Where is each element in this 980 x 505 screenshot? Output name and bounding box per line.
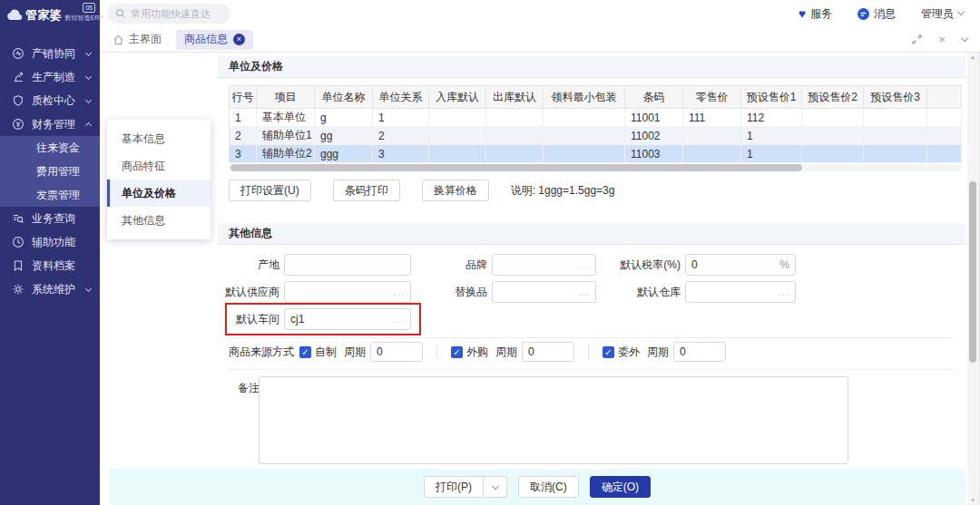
table-cell[interactable]: 3	[373, 145, 429, 163]
table-row[interactable]: 1基本单位g111001111112	[230, 109, 962, 127]
sidebar-item-collab[interactable]: 产销协同	[0, 42, 100, 65]
table-cell[interactable]: 2	[373, 127, 429, 145]
print-button[interactable]: 打印(P)	[424, 476, 484, 498]
horizontal-scrollbar-thumb[interactable]	[230, 164, 802, 171]
ellipsis-picker-icon[interactable]: ...	[394, 286, 405, 297]
table-cell[interactable]: 辅助单位1	[257, 127, 315, 145]
sidebar-item-manufacture[interactable]: 生产制造	[0, 65, 100, 89]
column-header[interactable]: 预设售价2	[802, 86, 864, 109]
ellipsis-picker-icon[interactable]: ...	[394, 314, 405, 325]
close-tab-button[interactable]: ×	[938, 34, 946, 45]
table-row[interactable]: 3辅助单位2ggg3110031	[230, 145, 962, 163]
cancel-button[interactable]: 取消(C)	[518, 476, 579, 498]
sidebar-item-quality[interactable]: 质检中心	[0, 89, 100, 112]
origin-field[interactable]	[284, 254, 411, 276]
sidebar-item-query[interactable]: 业务查询	[0, 207, 100, 230]
table-cell[interactable]	[544, 145, 625, 163]
subnav-item-units-prices[interactable]: 单位及价格	[107, 180, 211, 207]
subnav-item-features[interactable]: 商品特征	[107, 152, 211, 180]
barcode-print-button[interactable]: 条码打印	[333, 180, 400, 201]
table-cell[interactable]: 11001	[625, 109, 683, 127]
sidebar-sub-invoice[interactable]: 发票管理	[0, 183, 100, 207]
scroll-up-icon[interactable]: ▴	[967, 53, 978, 62]
vertical-scrollbar[interactable]: ▴ ▾	[967, 53, 978, 505]
column-header[interactable]: 出库默认	[486, 86, 544, 109]
column-header[interactable]: 预设售价3	[864, 86, 927, 109]
confirm-button[interactable]: 确定(O)	[590, 476, 651, 498]
table-cell[interactable]: 辅助单位2	[257, 145, 315, 163]
table-cell[interactable]	[864, 109, 927, 127]
table-cell[interactable]	[486, 127, 544, 145]
table-cell[interactable]	[544, 109, 625, 127]
ellipsis-picker-icon[interactable]: ...	[579, 286, 590, 297]
outsource-cycle-input[interactable]: 0	[673, 342, 726, 362]
table-cell[interactable]: 11003	[625, 145, 683, 163]
maximize-button[interactable]	[912, 34, 922, 44]
search-input[interactable]: 常用功能快速直达	[107, 4, 230, 24]
column-header[interactable]: 单位名称	[315, 86, 373, 109]
column-header[interactable]: 条码	[625, 86, 683, 109]
table-cell[interactable]	[429, 127, 486, 145]
tax-field[interactable]: 0%	[685, 254, 796, 276]
tab-product-info[interactable]: 商品信息 ×	[176, 30, 253, 50]
warehouse-field[interactable]: ...	[685, 281, 796, 303]
table-cell[interactable]: 2	[230, 127, 257, 145]
print-settings-button[interactable]: 打印设置(U)	[229, 180, 311, 201]
ellipsis-picker-icon[interactable]: ...	[779, 286, 789, 297]
sidebar-item-archive[interactable]: 资料档案	[0, 254, 100, 277]
collapse-button[interactable]	[962, 39, 967, 41]
table-cell[interactable]: 1	[230, 109, 257, 127]
column-header[interactable]: 行号	[230, 86, 257, 109]
table-cell[interactable]: 111	[683, 109, 741, 127]
column-header[interactable]: 零售价	[683, 86, 741, 109]
table-cell[interactable]: gg	[315, 127, 373, 145]
table-cell[interactable]: 1	[373, 109, 429, 127]
tab-home[interactable]: 主界面	[113, 32, 162, 47]
table-cell[interactable]	[802, 145, 864, 163]
column-header[interactable]: 领料最小包装	[544, 86, 625, 109]
table-cell[interactable]: ggg	[315, 145, 373, 163]
horizontal-scrollbar[interactable]	[229, 164, 962, 171]
table-cell[interactable]	[802, 127, 864, 145]
remark-textarea[interactable]	[259, 376, 848, 464]
sidebar-sub-funds[interactable]: 往来资金	[0, 136, 100, 160]
table-cell[interactable]	[864, 145, 927, 163]
brand-field[interactable]: ...	[492, 254, 596, 276]
column-header[interactable]: 单位关系	[373, 86, 429, 109]
subnav-item-basic[interactable]: 基本信息	[107, 125, 211, 152]
subnav-item-other[interactable]: 其他信息	[107, 207, 211, 234]
vertical-scrollbar-thumb[interactable]	[969, 181, 976, 363]
print-dropdown-button[interactable]	[484, 476, 507, 498]
table-cell[interactable]	[927, 127, 962, 145]
tab-close-button[interactable]: ×	[233, 34, 245, 45]
workshop-field[interactable]: cj1...	[284, 308, 411, 330]
user-menu[interactable]: 管理员	[921, 6, 964, 22]
column-header[interactable]: 入库默认	[429, 86, 486, 109]
checkbox-self-made[interactable]	[299, 346, 311, 358]
table-cell[interactable]	[927, 145, 962, 163]
table-cell[interactable]	[486, 145, 544, 163]
column-header[interactable]: 项目	[257, 86, 315, 109]
table-cell[interactable]	[683, 145, 741, 163]
sidebar-item-aux[interactable]: 辅助功能	[0, 230, 100, 254]
table-cell[interactable]	[927, 109, 962, 127]
table-cell[interactable]	[429, 109, 486, 127]
table-cell[interactable]: 112	[741, 109, 802, 127]
checkbox-outsourced-purchase[interactable]	[451, 346, 463, 358]
table-cell[interactable]	[486, 109, 544, 127]
supplier-field[interactable]: ...	[284, 281, 411, 303]
table-cell[interactable]	[802, 109, 864, 127]
scroll-down-icon[interactable]: ▾	[967, 496, 978, 505]
table-cell[interactable]: 基本单位	[257, 109, 315, 127]
table-cell[interactable]: 3	[230, 145, 257, 163]
table-cell[interactable]	[864, 127, 927, 145]
table-cell[interactable]: 11002	[625, 127, 683, 145]
table-cell[interactable]	[429, 145, 486, 163]
service-menu[interactable]: ♥ 服务	[799, 6, 832, 22]
ellipsis-picker-icon[interactable]: ...	[579, 259, 590, 270]
purchase-cycle-input[interactable]: 0	[522, 342, 574, 362]
table-cell[interactable]	[544, 127, 625, 145]
convert-price-button[interactable]: 换算价格	[422, 180, 489, 201]
sidebar-sub-expense[interactable]: 费用管理	[0, 160, 100, 183]
substitute-field[interactable]: ...	[492, 281, 596, 303]
